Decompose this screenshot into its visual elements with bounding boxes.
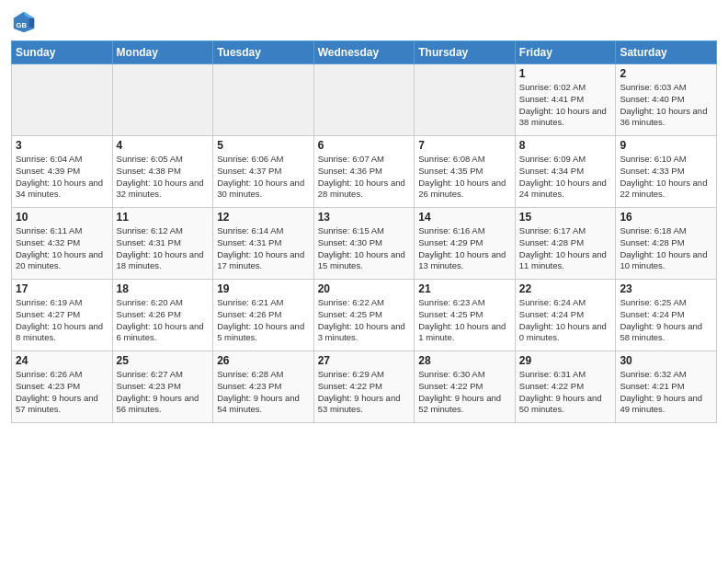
day-info: Sunrise: 6:27 AM Sunset: 4:23 PM Dayligh… (117, 369, 210, 416)
day-number: 4 (117, 139, 210, 152)
weekday-header: Friday (515, 41, 616, 64)
day-number: 28 (418, 354, 511, 367)
day-number: 19 (217, 282, 310, 295)
day-number: 24 (16, 354, 108, 367)
day-number: 14 (418, 211, 511, 224)
day-info: Sunrise: 6:19 AM Sunset: 4:27 PM Dayligh… (16, 297, 108, 344)
calendar-cell: 4Sunrise: 6:05 AM Sunset: 4:38 PM Daylig… (112, 136, 213, 208)
calendar-cell: 10Sunrise: 6:11 AM Sunset: 4:32 PM Dayli… (12, 208, 113, 280)
day-info: Sunrise: 6:30 AM Sunset: 4:22 PM Dayligh… (418, 369, 511, 416)
day-number: 18 (117, 282, 210, 295)
day-number: 12 (217, 211, 310, 224)
weekday-header: Saturday (616, 41, 717, 64)
day-info: Sunrise: 6:06 AM Sunset: 4:37 PM Dayligh… (217, 154, 310, 201)
day-number: 25 (117, 354, 210, 367)
day-number: 22 (519, 282, 612, 295)
calendar-cell (415, 64, 516, 136)
day-number: 20 (318, 282, 411, 295)
day-number: 26 (217, 354, 310, 367)
header: GB (11, 9, 717, 35)
calendar-cell: 11Sunrise: 6:12 AM Sunset: 4:31 PM Dayli… (112, 208, 213, 280)
day-info: Sunrise: 6:04 AM Sunset: 4:39 PM Dayligh… (16, 154, 108, 201)
day-number: 5 (217, 139, 310, 152)
calendar-cell: 30Sunrise: 6:32 AM Sunset: 4:21 PM Dayli… (616, 351, 717, 423)
day-info: Sunrise: 6:31 AM Sunset: 4:22 PM Dayligh… (519, 369, 612, 416)
weekday-header: Wednesday (313, 41, 415, 64)
calendar-week-row: 17Sunrise: 6:19 AM Sunset: 4:27 PM Dayli… (12, 280, 717, 351)
calendar-cell: 7Sunrise: 6:08 AM Sunset: 4:35 PM Daylig… (415, 136, 516, 208)
day-info: Sunrise: 6:22 AM Sunset: 4:25 PM Dayligh… (318, 297, 411, 344)
day-info: Sunrise: 6:12 AM Sunset: 4:31 PM Dayligh… (117, 225, 210, 272)
calendar-week-row: 10Sunrise: 6:11 AM Sunset: 4:32 PM Dayli… (12, 208, 717, 280)
day-number: 21 (418, 282, 511, 295)
day-number: 7 (418, 139, 511, 152)
calendar-cell: 9Sunrise: 6:10 AM Sunset: 4:33 PM Daylig… (616, 136, 717, 208)
calendar-cell: 21Sunrise: 6:23 AM Sunset: 4:25 PM Dayli… (415, 280, 516, 351)
day-info: Sunrise: 6:18 AM Sunset: 4:28 PM Dayligh… (620, 225, 712, 272)
weekday-header: Tuesday (213, 41, 314, 64)
calendar-cell: 24Sunrise: 6:26 AM Sunset: 4:23 PM Dayli… (12, 351, 113, 423)
svg-text:GB: GB (17, 21, 28, 29)
day-number: 11 (117, 211, 210, 224)
day-info: Sunrise: 6:16 AM Sunset: 4:29 PM Dayligh… (418, 225, 511, 272)
calendar-cell: 23Sunrise: 6:25 AM Sunset: 4:24 PM Dayli… (616, 280, 717, 351)
calendar-cell: 18Sunrise: 6:20 AM Sunset: 4:26 PM Dayli… (112, 280, 213, 351)
day-number: 30 (620, 354, 712, 367)
calendar-cell: 3Sunrise: 6:04 AM Sunset: 4:39 PM Daylig… (12, 136, 113, 208)
calendar-cell (112, 64, 213, 136)
day-number: 9 (620, 139, 712, 152)
day-number: 15 (519, 211, 612, 224)
page-container: GB SundayMondayTuesdayWednesdayThursdayF… (0, 0, 728, 431)
logo: GB (11, 9, 40, 35)
calendar-cell: 28Sunrise: 6:30 AM Sunset: 4:22 PM Dayli… (415, 351, 516, 423)
calendar-cell: 19Sunrise: 6:21 AM Sunset: 4:26 PM Dayli… (213, 280, 314, 351)
calendar-cell: 17Sunrise: 6:19 AM Sunset: 4:27 PM Dayli… (12, 280, 113, 351)
calendar-cell: 2Sunrise: 6:03 AM Sunset: 4:40 PM Daylig… (616, 64, 717, 136)
calendar-cell: 12Sunrise: 6:14 AM Sunset: 4:31 PM Dayli… (213, 208, 314, 280)
weekday-header: Monday (112, 41, 213, 64)
day-number: 3 (16, 139, 108, 152)
day-number: 6 (318, 139, 411, 152)
calendar-cell (12, 64, 113, 136)
calendar-cell: 6Sunrise: 6:07 AM Sunset: 4:36 PM Daylig… (313, 136, 415, 208)
calendar-cell (213, 64, 314, 136)
day-info: Sunrise: 6:10 AM Sunset: 4:33 PM Dayligh… (620, 154, 712, 201)
day-info: Sunrise: 6:23 AM Sunset: 4:25 PM Dayligh… (418, 297, 511, 344)
svg-marker-2 (29, 18, 35, 28)
logo-icon: GB (11, 9, 37, 35)
day-info: Sunrise: 6:20 AM Sunset: 4:26 PM Dayligh… (117, 297, 210, 344)
day-number: 27 (318, 354, 411, 367)
calendar-cell: 16Sunrise: 6:18 AM Sunset: 4:28 PM Dayli… (616, 208, 717, 280)
calendar-cell: 29Sunrise: 6:31 AM Sunset: 4:22 PM Dayli… (515, 351, 616, 423)
calendar-cell: 25Sunrise: 6:27 AM Sunset: 4:23 PM Dayli… (112, 351, 213, 423)
calendar-cell: 27Sunrise: 6:29 AM Sunset: 4:22 PM Dayli… (313, 351, 415, 423)
calendar-week-row: 24Sunrise: 6:26 AM Sunset: 4:23 PM Dayli… (12, 351, 717, 423)
day-number: 2 (620, 67, 712, 80)
calendar-cell: 26Sunrise: 6:28 AM Sunset: 4:23 PM Dayli… (213, 351, 314, 423)
day-info: Sunrise: 6:21 AM Sunset: 4:26 PM Dayligh… (217, 297, 310, 344)
calendar-cell (313, 64, 415, 136)
day-info: Sunrise: 6:29 AM Sunset: 4:22 PM Dayligh… (318, 369, 411, 416)
weekday-header: Thursday (415, 41, 516, 64)
day-info: Sunrise: 6:08 AM Sunset: 4:35 PM Dayligh… (418, 154, 511, 201)
weekday-header: Sunday (12, 41, 113, 64)
day-info: Sunrise: 6:07 AM Sunset: 4:36 PM Dayligh… (318, 154, 411, 201)
day-info: Sunrise: 6:28 AM Sunset: 4:23 PM Dayligh… (217, 369, 310, 416)
day-info: Sunrise: 6:09 AM Sunset: 4:34 PM Dayligh… (519, 154, 612, 201)
day-info: Sunrise: 6:17 AM Sunset: 4:28 PM Dayligh… (519, 225, 612, 272)
day-number: 10 (16, 211, 108, 224)
day-info: Sunrise: 6:02 AM Sunset: 4:41 PM Dayligh… (519, 82, 612, 129)
day-number: 29 (519, 354, 612, 367)
calendar-cell: 8Sunrise: 6:09 AM Sunset: 4:34 PM Daylig… (515, 136, 616, 208)
calendar-cell: 13Sunrise: 6:15 AM Sunset: 4:30 PM Dayli… (313, 208, 415, 280)
day-info: Sunrise: 6:15 AM Sunset: 4:30 PM Dayligh… (318, 225, 411, 272)
calendar-week-row: 1Sunrise: 6:02 AM Sunset: 4:41 PM Daylig… (12, 64, 717, 136)
calendar-cell: 15Sunrise: 6:17 AM Sunset: 4:28 PM Dayli… (515, 208, 616, 280)
day-info: Sunrise: 6:11 AM Sunset: 4:32 PM Dayligh… (16, 225, 108, 272)
calendar-cell: 20Sunrise: 6:22 AM Sunset: 4:25 PM Dayli… (313, 280, 415, 351)
calendar-week-row: 3Sunrise: 6:04 AM Sunset: 4:39 PM Daylig… (12, 136, 717, 208)
day-number: 16 (620, 211, 712, 224)
calendar-cell: 14Sunrise: 6:16 AM Sunset: 4:29 PM Dayli… (415, 208, 516, 280)
day-number: 1 (519, 67, 612, 80)
day-number: 13 (318, 211, 411, 224)
